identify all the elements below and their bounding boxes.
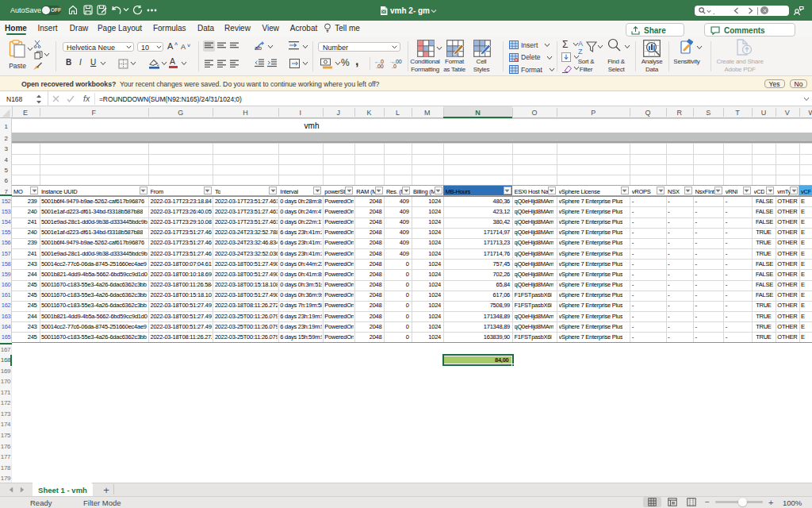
svg-text:.00: .00 [376, 64, 384, 69]
svg-text:Z: Z [578, 48, 583, 55]
svg-text:.0: .0 [392, 64, 396, 69]
svg-text:A: A [578, 40, 583, 48]
svg-text:ab: ab [255, 44, 262, 51]
